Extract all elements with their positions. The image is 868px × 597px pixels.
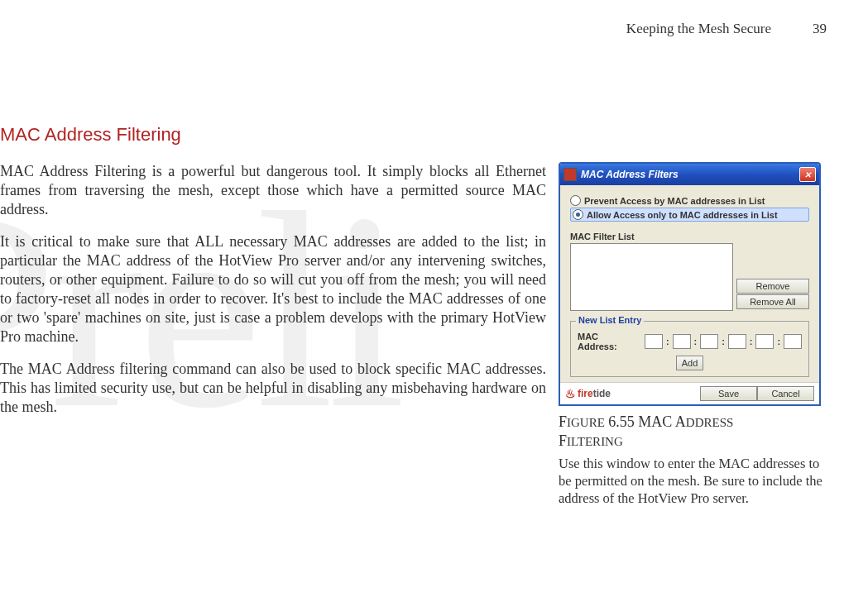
figure-description: Use this window to enter the MAC address… [559, 455, 827, 507]
mac-address-label: MAC Address: [578, 332, 640, 351]
radio-label: Prevent Access by MAC addresses in List [584, 196, 765, 206]
section-title: MAC Address Filtering [0, 124, 835, 146]
flame-icon: ♨ [565, 387, 576, 400]
radio-icon [573, 209, 583, 220]
save-button[interactable]: Save [700, 386, 757, 401]
mac-octet-input[interactable] [728, 334, 746, 349]
remove-all-button[interactable]: Remove All [736, 294, 809, 309]
header-section-title: Keeping the Mesh Secure [626, 21, 771, 37]
mac-octet-input[interactable] [784, 334, 802, 349]
new-list-entry-group: New List Entry MAC Address: : : : : : Ad… [570, 321, 809, 377]
cancel-button[interactable]: Cancel [757, 386, 814, 401]
paragraph: It is critical to make sure that ALL nec… [0, 232, 546, 346]
remove-button[interactable]: Remove [736, 279, 809, 294]
app-icon [563, 168, 577, 181]
paragraph: MAC Address Filtering is a powerful but … [0, 162, 546, 219]
radio-prevent-access[interactable]: Prevent Access by MAC addresses in List [570, 195, 809, 206]
body-text-column: MAC Address Filtering is a powerful but … [0, 162, 546, 430]
dialog-titlebar: MAC Address Filters ✕ [560, 164, 819, 185]
mac-address-filters-dialog: MAC Address Filters ✕ Prevent Access by … [559, 162, 821, 406]
radio-icon [570, 195, 581, 206]
paragraph: The MAC Address filtering command can al… [0, 360, 546, 417]
close-icon[interactable]: ✕ [799, 167, 816, 182]
mac-octet-input[interactable] [673, 334, 691, 349]
radio-allow-access[interactable]: Allow Access only to MAC addresses in Li… [570, 208, 809, 222]
dialog-body: Prevent Access by MAC addresses in List … [560, 185, 819, 382]
mac-octet-input[interactable] [755, 334, 774, 349]
mac-octet-input[interactable] [645, 334, 663, 349]
firetide-logo: ♨ firetide [565, 387, 611, 400]
mac-filter-list-label: MAC Filter List [570, 232, 809, 241]
mac-octet-input[interactable] [700, 334, 718, 349]
radio-label: Allow Access only to MAC addresses in Li… [587, 210, 778, 220]
page-header: Keeping the Mesh Secure 39 [0, 21, 827, 37]
page-number: 39 [813, 21, 827, 37]
figure-column: MAC Address Filters ✕ Prevent Access by … [559, 162, 827, 507]
dialog-title: MAC Address Filters [581, 169, 795, 180]
figure-caption: FIGURE 6.55 MAC ADDRESS FILTERING [559, 413, 827, 450]
fieldset-legend: New List Entry [576, 315, 644, 325]
add-button[interactable]: Add [676, 356, 704, 370]
mac-filter-listbox[interactable] [570, 243, 733, 311]
dialog-footer: ♨ firetide Save Cancel [560, 382, 819, 404]
